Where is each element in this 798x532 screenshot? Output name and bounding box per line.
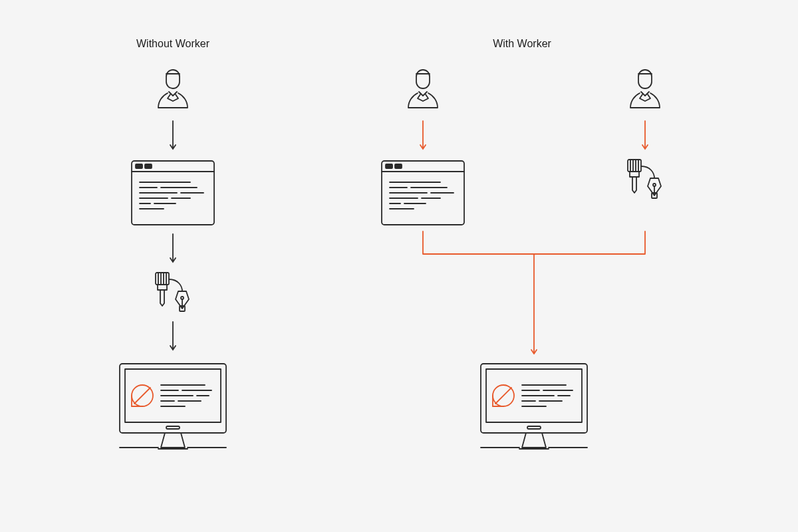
- user-icon: [624, 66, 666, 117]
- svg-rect-68: [527, 426, 541, 429]
- svg-rect-28: [166, 426, 180, 429]
- arrow-down-icon: [170, 233, 176, 269]
- right-title: With Worker: [456, 38, 589, 50]
- user-icon: [402, 66, 444, 117]
- svg-rect-57: [628, 160, 641, 172]
- monitor-icon: [118, 362, 227, 458]
- code-window-icon: [130, 160, 215, 229]
- code-window-icon: [380, 160, 466, 229]
- monitor-icon: [479, 362, 589, 458]
- arrow-down-icon: [170, 120, 176, 156]
- tools-icon: [624, 160, 666, 203]
- diagram-canvas: Without Worker With Worker: [0, 0, 798, 532]
- arrow-down-icon: [642, 120, 648, 156]
- svg-rect-45: [386, 164, 392, 168]
- arrow-down-icon: [420, 120, 426, 156]
- user-icon: [152, 66, 194, 117]
- svg-line-72: [495, 388, 511, 404]
- svg-line-32: [134, 388, 150, 404]
- arrow-down-icon: [170, 321, 176, 356]
- svg-rect-62: [630, 172, 639, 177]
- left-title: Without Worker: [106, 38, 239, 50]
- svg-rect-3: [136, 164, 142, 168]
- merge-connector-icon: [423, 226, 646, 362]
- svg-rect-21: [158, 285, 167, 290]
- svg-rect-16: [156, 273, 169, 285]
- tools-icon: [152, 273, 194, 317]
- svg-rect-46: [395, 164, 402, 168]
- svg-rect-4: [145, 164, 152, 168]
